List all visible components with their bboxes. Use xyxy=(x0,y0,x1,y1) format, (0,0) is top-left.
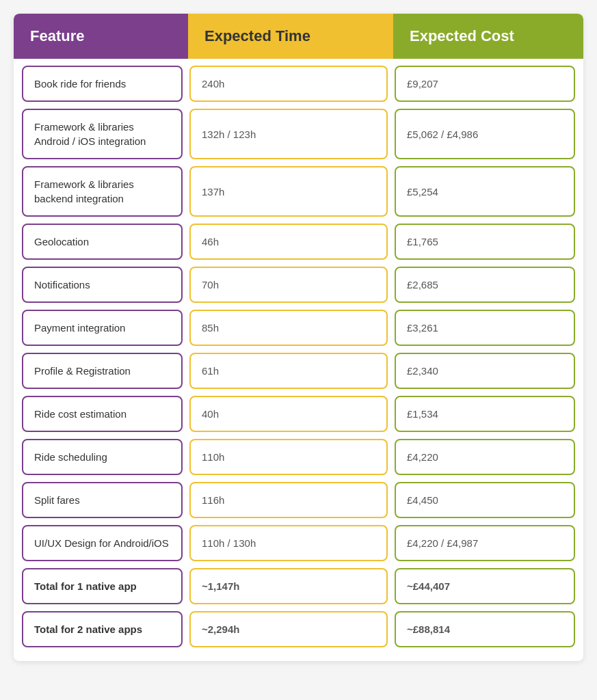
cell-time: ~2,294h xyxy=(189,611,388,647)
table-row: Ride cost estimation40h£1,534 xyxy=(22,396,575,432)
cell-feature: Geolocation xyxy=(22,224,183,260)
table-row: Book ride for friends240h£9,207 xyxy=(22,66,575,102)
cell-feature: Ride scheduling xyxy=(22,439,183,475)
cell-cost: £4,220 xyxy=(395,439,575,475)
cell-feature: Split fares xyxy=(22,482,183,518)
table-row: Payment integration85h£3,261 xyxy=(22,310,575,346)
cell-time: 132h / 123h xyxy=(189,109,388,159)
table-row: Total for 2 native apps~2,294h~£88,814 xyxy=(22,611,575,647)
table-row: Split fares116h£4,450 xyxy=(22,482,575,518)
cell-cost: £4,450 xyxy=(395,482,575,518)
table-row: Notifications70h£2,685 xyxy=(22,267,575,303)
cell-cost: £1,534 xyxy=(395,396,575,432)
cell-feature: Framework & libraries backend integratio… xyxy=(22,166,183,217)
cell-time: 116h xyxy=(189,482,388,518)
cell-feature: Profile & Registration xyxy=(22,353,183,389)
cell-feature: Notifications xyxy=(22,267,183,303)
table-row: UI/UX Design for Android/iOS110h / 130h£… xyxy=(22,525,575,561)
table-row: Framework & libraries backend integratio… xyxy=(22,166,575,217)
cell-cost: £2,340 xyxy=(395,353,575,389)
cell-time: 61h xyxy=(189,353,388,389)
cell-feature: Total for 2 native apps xyxy=(22,611,183,647)
table-row: Total for 1 native app~1,147h~£44,407 xyxy=(22,568,575,604)
cell-time: 110h / 130h xyxy=(189,525,388,561)
cell-time: 240h xyxy=(189,66,388,102)
cell-feature: Ride cost estimation xyxy=(22,396,183,432)
cell-feature: Framework & libraries Android / iOS inte… xyxy=(22,109,183,159)
header-cost: Expected Cost xyxy=(393,14,583,59)
cell-cost: £3,261 xyxy=(395,310,575,346)
cell-time: 137h xyxy=(189,166,388,217)
cell-time: 46h xyxy=(189,224,388,260)
cell-feature: Total for 1 native app xyxy=(22,568,183,604)
cell-time: 70h xyxy=(189,267,388,303)
cell-cost: £4,220 / £4,987 xyxy=(395,525,575,561)
pricing-table: Feature Expected Time Expected Cost Book… xyxy=(14,14,583,661)
table-row: Framework & libraries Android / iOS inte… xyxy=(22,109,575,159)
table-row: Ride scheduling110h£4,220 xyxy=(22,439,575,475)
cell-time: 40h xyxy=(189,396,388,432)
cell-feature: UI/UX Design for Android/iOS xyxy=(22,525,183,561)
cell-cost: £9,207 xyxy=(395,66,575,102)
cell-feature: Payment integration xyxy=(22,310,183,346)
cell-time: 85h xyxy=(189,310,388,346)
cell-cost: ~£44,407 xyxy=(395,568,575,604)
cell-feature: Book ride for friends xyxy=(22,66,183,102)
table-row: Profile & Registration61h£2,340 xyxy=(22,353,575,389)
cell-cost: £5,062 / £4,986 xyxy=(395,109,575,159)
table-row: Geolocation46h£1,765 xyxy=(22,224,575,260)
table-body: Book ride for friends240h£9,207Framework… xyxy=(14,59,583,661)
cell-cost: ~£88,814 xyxy=(395,611,575,647)
header-feature: Feature xyxy=(14,14,188,59)
header-time: Expected Time xyxy=(188,14,393,59)
cell-time: ~1,147h xyxy=(189,568,388,604)
cell-cost: £1,765 xyxy=(395,224,575,260)
table-header: Feature Expected Time Expected Cost xyxy=(14,14,583,59)
cell-time: 110h xyxy=(189,439,388,475)
cell-cost: £5,254 xyxy=(395,166,575,217)
cell-cost: £2,685 xyxy=(395,267,575,303)
